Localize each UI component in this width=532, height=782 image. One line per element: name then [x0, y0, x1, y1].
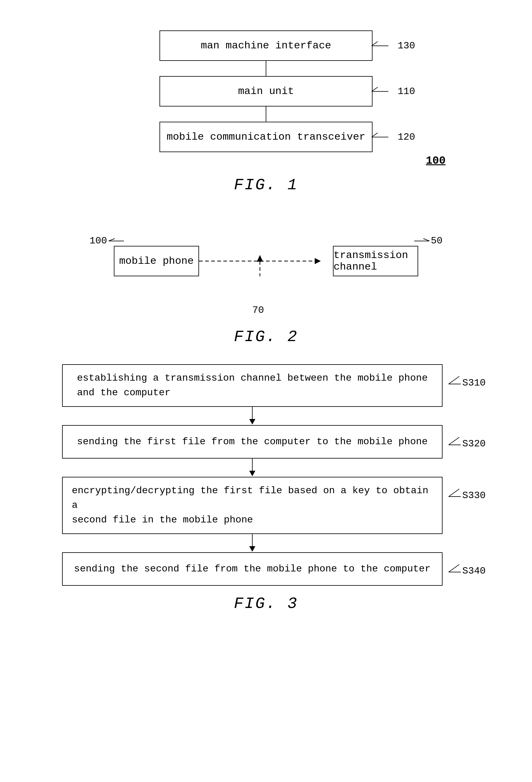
- svg-line-5: [371, 133, 378, 137]
- ref-110-label: 110: [397, 86, 415, 97]
- fig3-diagram: establishing a transmission channel betw…: [53, 364, 479, 586]
- connector-v-1: [266, 61, 266, 76]
- ref-100-label: 100: [426, 154, 446, 167]
- main-unit-box: main unit: [159, 76, 373, 106]
- arrow-down-1: [249, 419, 255, 424]
- fig2-ref-70-group: 70: [252, 305, 264, 316]
- transmission-channel-label: transmission channel: [333, 250, 418, 273]
- svg-line-14: [449, 377, 459, 384]
- s330-ref: S330: [447, 488, 486, 501]
- ref-120-line: [371, 132, 396, 141]
- svg-line-3: [371, 87, 378, 91]
- fig2-label: FIG. 2: [234, 328, 298, 346]
- fig2-ref-50-group: 50: [413, 235, 442, 246]
- mobile-phone-box: mobile phone: [114, 246, 199, 276]
- v-line-2: [252, 459, 253, 471]
- s340-ref-tick: [447, 563, 462, 574]
- fig2-connections: [199, 246, 333, 276]
- fig2-ref-100-group: 100: [90, 235, 126, 246]
- ref-110-line: [371, 87, 396, 96]
- main-unit-label: main unit: [238, 85, 294, 97]
- s320-ref-tick: [447, 436, 462, 447]
- v-line-1: [252, 407, 253, 419]
- svg-marker-13: [257, 255, 263, 262]
- fig2-ref-100-line: [107, 238, 126, 244]
- ref-100-group: 100: [426, 154, 446, 167]
- s340-box: sending the second file from the mobile …: [62, 552, 442, 586]
- transmission-channel-box: transmission channel: [333, 246, 418, 276]
- ref-110-group: 110: [371, 86, 415, 97]
- ref-120-group: 120: [371, 132, 415, 143]
- mct-label: mobile communication transceiver: [167, 131, 365, 143]
- fig3-row-s310: establishing a transmission channel betw…: [62, 364, 486, 407]
- fig3-section: establishing a transmission channel betw…: [24, 364, 508, 613]
- s320-box: sending the first file from the computer…: [62, 425, 442, 459]
- connector-2: [62, 459, 442, 477]
- fig2-diagram: 100 mobile phone transmission channel 50: [83, 221, 449, 319]
- mobile-phone-label: mobile phone: [119, 255, 194, 267]
- fig3-row-s340: sending the second file from the mobile …: [62, 552, 486, 586]
- s340-text: sending the second file from the mobile …: [74, 562, 430, 576]
- s330-text: encrypting/decrypting the first file bas…: [72, 484, 433, 527]
- arrow-down-3: [249, 546, 255, 552]
- fig1-diagram: man machine interface 130 main unit: [129, 18, 403, 167]
- fig3-label: FIG. 3: [234, 595, 298, 613]
- connector-1: [62, 407, 442, 425]
- fig1-label: FIG. 1: [234, 176, 298, 194]
- s320-ref: S320: [447, 436, 486, 450]
- arrow-down-2: [249, 471, 255, 476]
- s310-box: establishing a transmission channel betw…: [62, 364, 442, 407]
- ref-130-line: [371, 41, 396, 50]
- mmi-box: man machine interface: [159, 30, 373, 61]
- svg-line-20: [449, 564, 459, 572]
- fig2-ref-100-label: 100: [90, 235, 107, 246]
- svg-line-9: [423, 239, 429, 241]
- s310-ref: S310: [447, 375, 486, 389]
- fig1-section: man machine interface 130 main unit: [24, 18, 508, 194]
- connector-3: [62, 534, 442, 552]
- connector-v-2: [266, 106, 266, 122]
- svg-line-18: [449, 489, 459, 497]
- ref-130-group: 130: [371, 40, 415, 51]
- svg-marker-11: [315, 258, 321, 264]
- v-line-3: [252, 534, 253, 546]
- fig2-ref-50-label: 50: [431, 235, 442, 246]
- svg-line-7: [109, 239, 115, 241]
- mmi-label: man machine interface: [201, 40, 331, 51]
- ref-130-label: 130: [397, 40, 415, 51]
- svg-line-16: [449, 437, 459, 445]
- fig3-row-s330: encrypting/decrypting the first file bas…: [62, 477, 486, 534]
- fig3-row-s320: sending the first file from the computer…: [62, 425, 486, 459]
- mct-box: mobile communication transceiver: [159, 122, 373, 152]
- s330-box: encrypting/decrypting the first file bas…: [62, 477, 442, 534]
- fig2-ref-70-label: 70: [252, 305, 264, 316]
- s310-text: establishing a transmission channel betw…: [77, 371, 428, 400]
- s340-ref: S340: [447, 563, 486, 577]
- s320-text: sending the first file from the computer…: [77, 434, 428, 449]
- fig2-ref-50-line: [413, 238, 431, 244]
- s310-ref-tick: [447, 375, 462, 386]
- s330-ref-tick: [447, 488, 462, 498]
- fig2-section: 100 mobile phone transmission channel 50: [24, 212, 508, 346]
- svg-line-1: [371, 41, 378, 46]
- ref-120-label: 120: [397, 132, 415, 143]
